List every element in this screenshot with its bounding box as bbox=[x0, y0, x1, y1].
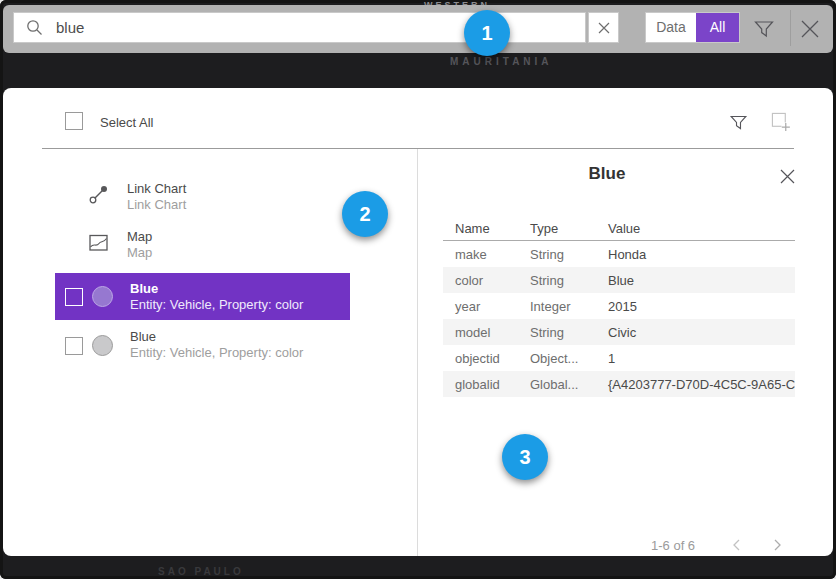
select-all-checkbox[interactable] bbox=[65, 112, 83, 130]
item-title: Blue bbox=[130, 281, 158, 296]
column-header-name: Name bbox=[443, 221, 518, 236]
cell-value: Blue bbox=[596, 273, 795, 288]
cell-type: String bbox=[518, 273, 596, 288]
page-next-icon[interactable] bbox=[769, 537, 785, 553]
table-row: objectid Object... 1 bbox=[443, 345, 795, 371]
cell-type: Object... bbox=[518, 351, 596, 366]
detail-title: Blue bbox=[431, 164, 783, 184]
cell-name: globalid bbox=[443, 377, 518, 392]
item-subtitle: Link Chart bbox=[127, 197, 186, 212]
table-row: make String Honda bbox=[443, 241, 795, 267]
header-divider bbox=[42, 148, 794, 149]
item-subtitle: Map bbox=[127, 245, 152, 260]
cell-value: {A4203777-D70D-4C5C-9A65-C... bbox=[596, 377, 795, 392]
callout-number: 3 bbox=[519, 446, 530, 469]
app-window: WESTERN MAURITANIA SAO PAULO Data All bbox=[0, 0, 836, 579]
callout-3: 3 bbox=[502, 434, 548, 480]
detail-close-icon[interactable] bbox=[779, 168, 796, 185]
callout-number: 2 bbox=[359, 203, 370, 226]
add-selection-icon[interactable] bbox=[771, 112, 791, 132]
scope-option-all[interactable]: All bbox=[696, 13, 739, 42]
cell-type: Global... bbox=[518, 377, 596, 392]
select-all-label: Select All bbox=[100, 115, 153, 130]
callout-number: 1 bbox=[481, 22, 492, 45]
item-title: Blue bbox=[130, 329, 156, 344]
table-row: color String Blue bbox=[443, 267, 795, 293]
filter-icon[interactable] bbox=[753, 18, 775, 40]
pagination-label: 1-6 of 6 bbox=[651, 538, 695, 553]
attribute-table: Name Type Value make String Honda color … bbox=[443, 216, 795, 397]
cell-type: String bbox=[518, 325, 596, 340]
cell-type: String bbox=[518, 247, 596, 262]
table-row: model String Civic bbox=[443, 319, 795, 345]
link-chart-icon bbox=[88, 184, 109, 205]
page-prev-icon[interactable] bbox=[729, 537, 745, 553]
entity-circle-icon bbox=[92, 335, 113, 356]
list-item-map[interactable]: Map Map bbox=[55, 226, 335, 266]
cell-name: model bbox=[443, 325, 518, 340]
scope-option-data[interactable]: Data bbox=[646, 13, 696, 42]
clear-icon bbox=[598, 22, 610, 34]
entity-circle-icon bbox=[92, 286, 113, 307]
cell-value: Civic bbox=[596, 325, 795, 340]
toolbar-divider bbox=[790, 10, 791, 46]
column-header-value: Value bbox=[596, 221, 795, 236]
search-icon bbox=[26, 19, 43, 36]
table-header: Name Type Value bbox=[443, 216, 795, 241]
cell-value: Honda bbox=[596, 247, 795, 262]
table-row: year Integer 2015 bbox=[443, 293, 795, 319]
cell-value: 2015 bbox=[596, 299, 795, 314]
table-row: globalid Global... {A4203777-D70D-4C5C-9… bbox=[443, 371, 795, 397]
list-item-blue[interactable]: Blue Entity: Vehicle, Property: color bbox=[55, 324, 350, 368]
item-checkbox[interactable] bbox=[65, 337, 83, 355]
list-item-blue-selected[interactable]: Blue Entity: Vehicle, Property: color bbox=[55, 273, 350, 320]
results-panel: Select All Link Chart Link Chart bbox=[3, 88, 833, 556]
panel-filter-icon[interactable] bbox=[729, 113, 748, 132]
cell-name: color bbox=[443, 273, 518, 288]
panel-divider bbox=[417, 149, 418, 556]
map-icon bbox=[88, 232, 109, 253]
item-title: Map bbox=[127, 229, 152, 244]
map-label-mauritania: MAURITANIA bbox=[450, 56, 553, 67]
item-checkbox[interactable] bbox=[65, 288, 83, 306]
list-item-link-chart[interactable]: Link Chart Link Chart bbox=[55, 178, 335, 218]
item-subtitle: Entity: Vehicle, Property: color bbox=[130, 297, 303, 312]
item-title: Link Chart bbox=[127, 181, 186, 196]
cell-name: make bbox=[443, 247, 518, 262]
clear-search-button[interactable] bbox=[588, 12, 619, 43]
column-header-type: Type bbox=[518, 221, 596, 236]
close-search-icon[interactable] bbox=[798, 17, 822, 41]
callout-2: 2 bbox=[342, 191, 388, 237]
search-toolbar: Data All bbox=[3, 5, 833, 53]
cell-name: objectid bbox=[443, 351, 518, 366]
item-subtitle: Entity: Vehicle, Property: color bbox=[130, 345, 303, 360]
scope-toggle: Data All bbox=[645, 12, 740, 43]
cell-value: 1 bbox=[596, 351, 795, 366]
map-label-sao-paulo: SAO PAULO bbox=[158, 566, 244, 577]
cell-name: year bbox=[443, 299, 518, 314]
callout-1: 1 bbox=[464, 10, 510, 56]
cell-type: Integer bbox=[518, 299, 596, 314]
